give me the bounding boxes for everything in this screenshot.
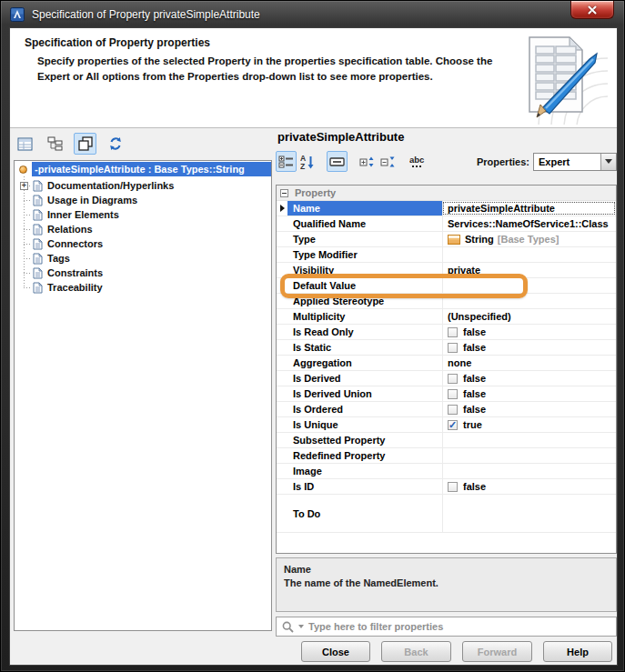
property-label: Is Ordered [287,402,442,416]
tree-item-constraints[interactable]: Constraints [15,266,271,280]
property-row-is-read-only[interactable]: Is Read Onlyfalse [277,325,616,340]
checkbox-unchecked[interactable] [448,327,458,337]
categorized-view-button[interactable] [276,151,297,172]
row-marker [277,386,287,401]
tree-item-traceability[interactable]: Traceability [15,280,271,295]
property-row-to-do[interactable]: To Do [277,495,616,533]
tree-root-node[interactable]: -privateSimpleAttribute : Base Types::St… [15,161,271,177]
document-pencil-illustration [509,32,608,125]
tree-view-button[interactable] [44,133,66,155]
property-row-is-derived-union[interactable]: Is Derived Unionfalse [277,386,616,402]
property-row-is-derived[interactable]: Is Derivedfalse [277,371,616,386]
property-row-qualified-name[interactable]: Qualified NameServices::NameOfService1::… [277,216,616,232]
property-value[interactable]: false [442,402,616,416]
property-row-is-static[interactable]: Is Staticfalse [277,340,616,356]
property-value[interactable] [442,448,616,463]
search-options-caret-icon[interactable] [298,625,304,628]
checkbox-unchecked[interactable] [448,389,458,399]
combo-drop-button[interactable] [600,154,616,170]
property-label: Is Derived [287,371,442,386]
page-icon [33,238,43,250]
cascade-view-button[interactable] [74,133,96,155]
property-value[interactable] [442,464,616,478]
property-value[interactable]: false [442,325,616,339]
row-marker [277,325,287,339]
type-value: String [465,234,494,245]
sort-alphabetically-button[interactable]: A Z [297,151,318,172]
property-value[interactable]: private [442,263,616,277]
tree-item-tags[interactable]: Tags [15,251,271,266]
property-value[interactable]: privateSimpleAttribute [442,201,616,216]
property-value[interactable]: false [442,386,616,401]
property-value[interactable]: String[Base Types] [442,232,616,246]
property-value[interactable]: ✓true [442,417,616,432]
checkbox-checked[interactable]: ✓ [448,420,458,430]
property-value[interactable]: (Unspecified) [442,309,616,324]
tree-item-usage-in-diagrams[interactable]: Usage in Diagrams [15,193,271,207]
search-icon [282,621,294,633]
property-value[interactable]: false [442,479,616,494]
property-value[interactable]: none [442,356,616,370]
properties-mode-select[interactable]: Expert [533,153,617,171]
property-value[interactable]: Services::NameOfService1::Class [442,216,616,231]
checkbox-unchecked[interactable] [448,482,458,492]
property-value[interactable] [442,278,616,293]
property-row-is-id[interactable]: Is IDfalse [277,479,616,495]
forward-button[interactable]: Forward [462,641,532,662]
property-row-name[interactable]: NameprivateSimpleAttribute [277,201,616,216]
row-marker [277,340,287,355]
refresh-button[interactable] [104,133,126,155]
checkbox-value-label: false [463,481,486,492]
close-button[interactable] [570,1,614,19]
checkbox-unchecked[interactable] [448,405,458,415]
collapse-all-button[interactable] [378,151,398,172]
checkbox-unchecked[interactable] [448,374,458,384]
property-row-subsetted-property[interactable]: Subsetted Property [277,433,616,448]
property-value[interactable]: false [442,340,616,355]
property-row-multiplicity[interactable]: Multiplicity(Unspecified) [277,309,616,325]
dialog-window: Specification of Property privateSimpleA… [0,0,625,672]
tree-item-documentation-hyperlinks[interactable]: +Documentation/Hyperlinks [15,178,271,193]
tree-item-relations[interactable]: Relations [15,222,271,236]
property-row-default-value[interactable]: Default Value [277,278,616,294]
property-row-is-unique[interactable]: Is Unique✓true [277,417,616,433]
row-marker [277,216,287,231]
property-label: Applied Stereotype [287,294,442,308]
close-dialog-button[interactable]: Close [301,641,370,662]
description-area-button[interactable] [327,151,348,172]
window-title: Specification of Property privateSimpleA… [32,8,260,21]
property-label: Aggregation [287,356,442,370]
expand-node-icon[interactable]: + [20,182,28,190]
property-value[interactable] [442,495,616,532]
tree-item-connectors[interactable]: Connectors [15,236,271,251]
property-value[interactable] [442,247,616,262]
back-button[interactable]: Back [381,641,451,662]
property-row-type-modifier[interactable]: Type Modifier [277,247,616,263]
left-toolbar [14,133,126,155]
row-marker [277,417,287,432]
property-row-image[interactable]: Image [277,464,616,479]
filter-properties-input[interactable]: Type here to filter properties [276,617,617,637]
property-row-type[interactable]: TypeString[Base Types] [277,232,616,247]
abbreviations-button[interactable]: abc [408,151,428,172]
checkbox-unchecked[interactable] [448,343,458,353]
tree-item-inner-elements[interactable]: Inner Elements [15,207,271,222]
expand-all-button[interactable] [357,151,378,172]
property-row-applied-stereotype[interactable]: Applied Stereotype [277,294,616,309]
property-value[interactable] [442,433,616,447]
page-icon [33,224,43,236]
properties-view-button[interactable] [14,133,36,155]
property-row-aggregation[interactable]: Aggregationnone [277,356,616,371]
tree-item-label: Documentation/Hyperlinks [47,180,174,191]
property-row-visibility[interactable]: Visibilityprivate [277,263,616,278]
header-description: Specify properties of the selected Prope… [37,54,515,85]
help-button[interactable]: Help [543,641,612,662]
property-group-header[interactable]: Property [277,186,616,201]
title-bar[interactable]: Specification of Property privateSimpleA… [1,1,624,27]
property-value[interactable]: false [442,371,616,386]
collapse-group-icon[interactable] [280,189,288,197]
tree-view-icon [47,136,63,151]
property-row-is-ordered[interactable]: Is Orderedfalse [277,402,616,417]
property-value[interactable] [442,294,616,308]
property-row-redefined-property[interactable]: Redefined Property [277,448,616,464]
